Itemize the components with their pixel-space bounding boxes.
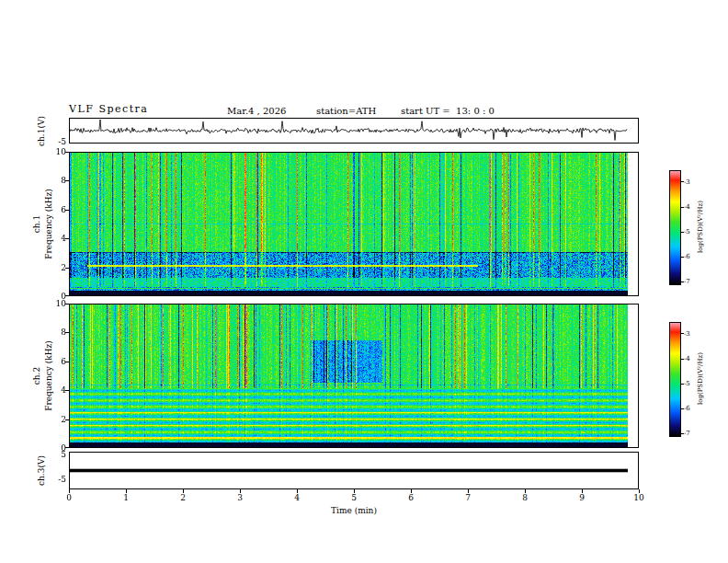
x-tick: 7: [459, 493, 477, 502]
ch2-spectrogram-canvas: [70, 304, 638, 447]
ch2-spec-ytick: 6: [46, 357, 66, 366]
x-tick: 1: [117, 493, 135, 502]
axis-tick-mark: [65, 447, 69, 448]
ch1-frequency-axis-label: Frequency (kHz): [44, 178, 54, 270]
ch1-spec-ytick: 4: [46, 234, 66, 243]
ch2-spec-ytick: 4: [46, 385, 66, 395]
x-tick: 6: [402, 493, 420, 502]
ch1-voltage-axis-label: ch.1(V): [37, 86, 47, 178]
ch3-waveform-panel: [69, 452, 639, 489]
colorbar-tick: -7: [684, 278, 702, 285]
axis-tick-mark: [297, 489, 298, 493]
axis-tick-mark: [354, 489, 355, 493]
ch1-spec-ytick: 2: [46, 263, 66, 272]
colorbar-ch1: [669, 170, 681, 285]
date-label: Mar.4 , 2026: [227, 106, 286, 116]
axis-tick-mark: [681, 408, 684, 409]
axis-tick-mark: [65, 152, 69, 153]
ch1-spec-ytick: 8: [46, 176, 66, 185]
x-tick: 5: [345, 493, 363, 502]
axis-tick-mark: [65, 390, 69, 391]
x-tick: 3: [231, 493, 249, 502]
ch2-spec-ytick: 2: [46, 415, 66, 424]
axis-tick-mark: [65, 332, 69, 333]
plot-title: VLF Spectra: [69, 104, 148, 114]
axis-tick-mark: [183, 489, 184, 493]
axis-tick-mark: [582, 489, 583, 493]
axis-tick-mark: [240, 489, 241, 493]
axis-tick-mark: [65, 419, 69, 420]
axis-tick-mark: [681, 232, 684, 233]
axis-tick-mark: [65, 180, 69, 181]
axis-tick-mark: [65, 210, 69, 211]
ch3-wave-ytick: 5: [46, 450, 66, 459]
colorbar-ch2: [669, 322, 681, 437]
x-tick: 4: [288, 493, 306, 502]
colorbar-tick: -7: [684, 430, 702, 437]
start-ut-label: start UT = 13: 0 : 0: [401, 106, 495, 116]
ch1-spectrogram-canvas: [70, 153, 638, 295]
axis-tick-mark: [681, 181, 684, 182]
time-axis-label: Time (min): [308, 506, 400, 515]
ch2-spec-ytick: 8: [46, 327, 66, 337]
x-tick: 10: [630, 493, 648, 502]
axis-tick-mark: [65, 295, 69, 296]
axis-tick-mark: [69, 489, 70, 493]
ch3-voltage-axis-label: ch.3(V): [37, 425, 47, 517]
ch2-spectrogram-panel: [69, 304, 639, 448]
x-tick: 0: [60, 493, 78, 502]
colorbar-ch2-label: log(PSD)(V²/Hz): [697, 333, 705, 425]
colorbar-ch1-label: log(PSD)(V²/Hz): [697, 181, 705, 273]
ch2-frequency-axis-label: Frequency (kHz): [44, 330, 54, 422]
ch3-wave-ytick: -5: [46, 475, 66, 484]
axis-tick-mark: [681, 207, 684, 208]
x-tick: 2: [174, 493, 192, 502]
ch3-waveform-canvas: [70, 453, 638, 488]
axis-tick-mark: [681, 433, 684, 434]
axis-tick-mark: [411, 489, 412, 493]
ch1-spectrogram-panel: [69, 152, 639, 296]
axis-tick-mark: [681, 333, 684, 334]
axis-tick-mark: [65, 362, 69, 362]
axis-tick-mark: [65, 238, 69, 239]
axis-tick-mark: [681, 359, 684, 360]
x-tick: 8: [516, 493, 534, 502]
ch1-wave-ytick: -5: [46, 137, 66, 146]
ch2-spec-ytick: 10: [46, 299, 66, 308]
axis-tick-mark: [126, 489, 127, 493]
axis-tick-mark: [681, 257, 684, 258]
ch1-waveform-panel: [69, 118, 639, 144]
axis-tick-mark: [681, 282, 684, 282]
vlf-spectra-figure: VLF Spectra Mar.4 , 2026 station=ATH sta…: [0, 0, 728, 563]
ch1-waveform-canvas: [70, 119, 638, 143]
station-label: station=ATH: [316, 106, 376, 116]
x-tick: 9: [573, 493, 591, 502]
axis-tick-mark: [525, 489, 526, 493]
ch2-spec-channel-label: ch.2: [32, 330, 42, 422]
ch1-spec-ytick: 6: [46, 205, 66, 214]
ch1-spec-ytick: 10: [46, 147, 66, 156]
axis-tick-mark: [639, 489, 640, 493]
axis-tick-mark: [65, 268, 69, 269]
axis-tick-mark: [468, 489, 469, 493]
axis-tick-mark: [681, 384, 684, 385]
axis-tick-mark: [65, 304, 69, 304]
ch1-spec-channel-label: ch.1: [32, 178, 42, 270]
